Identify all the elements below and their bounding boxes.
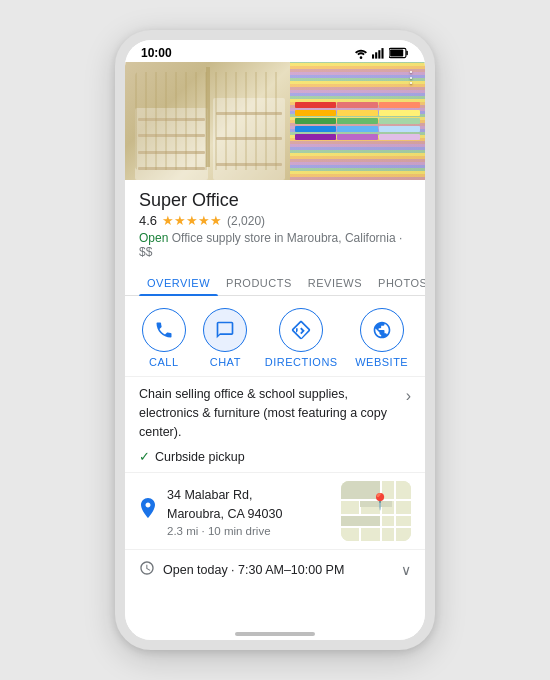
svg-rect-6 xyxy=(406,51,408,56)
description-row[interactable]: Chain selling office & school supplies, … xyxy=(125,376,425,447)
svg-rect-2 xyxy=(375,52,377,58)
business-category: Office supply store in Maroubra, Califor… xyxy=(139,231,402,259)
address-distance: 2.3 mi · 10 min drive xyxy=(167,525,331,537)
address-map-row[interactable]: 34 Malabar Rd, Maroubra, CA 94030 2.3 mi… xyxy=(125,472,425,549)
clock-icon xyxy=(139,560,155,579)
battery-icon xyxy=(389,47,409,59)
tab-reviews[interactable]: REVIEWS xyxy=(300,269,370,295)
signal-icon xyxy=(372,46,386,60)
wifi-icon xyxy=(353,46,369,60)
business-name: Super Office xyxy=(139,190,411,211)
business-info: Super Office 4.6 ★★★★★ (2,020) Open Offi… xyxy=(125,180,425,259)
svg-rect-3 xyxy=(378,50,380,58)
svg-rect-7 xyxy=(390,50,403,57)
chat-button[interactable]: CHAT xyxy=(203,308,247,368)
chat-icon-circle xyxy=(203,308,247,352)
directions-icon xyxy=(291,320,311,340)
check-icon: ✓ xyxy=(139,449,150,464)
business-meta: Open Office supply store in Maroubra, Ca… xyxy=(139,231,411,259)
business-description: Chain selling office & school supplies, … xyxy=(139,385,406,441)
tab-overview[interactable]: OVERVIEW xyxy=(139,269,218,295)
hours-chevron-icon[interactable]: ∨ xyxy=(401,562,411,578)
map-pin-icon: 📍 xyxy=(370,492,390,511)
status-time: 10:00 xyxy=(141,46,172,60)
svg-rect-1 xyxy=(372,54,374,58)
chat-label: CHAT xyxy=(210,356,241,368)
rating-row: 4.6 ★★★★★ (2,020) xyxy=(139,213,411,228)
stars: ★★★★★ xyxy=(162,213,222,228)
description-chevron-icon: › xyxy=(406,387,411,405)
content-area: Super Office 4.6 ★★★★★ (2,020) Open Offi… xyxy=(125,180,425,626)
action-buttons: CALL CHAT xyxy=(125,296,425,376)
curbside-row: ✓ Curbside pickup xyxy=(125,447,425,472)
review-count: (2,020) xyxy=(227,214,265,228)
address-details: 34 Malabar Rd, Maroubra, CA 94030 2.3 mi… xyxy=(167,486,331,537)
directions-label: DIRECTIONS xyxy=(265,356,338,368)
curbside-text: Curbside pickup xyxy=(155,450,245,464)
svg-rect-4 xyxy=(381,48,383,59)
home-bar xyxy=(235,632,315,636)
map-grid: 📍 xyxy=(341,481,411,541)
store-images: ⋮ xyxy=(125,62,425,180)
hours-row[interactable]: Open today · 7:30 AM–10:00 PM ∨ xyxy=(125,549,425,589)
website-button[interactable]: WEBSITE xyxy=(355,308,408,368)
address-line1: 34 Malabar Rd, xyxy=(167,486,331,505)
store-image-left xyxy=(125,62,290,180)
tab-products[interactable]: PRODUCTS xyxy=(218,269,300,295)
directions-icon-circle xyxy=(279,308,323,352)
tab-photos[interactable]: PHOTOS xyxy=(370,269,425,295)
globe-icon xyxy=(372,320,392,340)
phone-frame: 10:00 xyxy=(115,30,435,650)
rating-number: 4.6 xyxy=(139,213,157,228)
call-label: CALL xyxy=(149,356,179,368)
phone-icon xyxy=(154,320,174,340)
map-thumbnail[interactable]: 📍 xyxy=(341,481,411,541)
directions-button[interactable]: DIRECTIONS xyxy=(265,308,338,368)
status-icons xyxy=(353,46,409,60)
status-bar: 10:00 xyxy=(125,40,425,62)
hours-text: Open today · 7:30 AM–10:00 PM xyxy=(163,563,344,577)
call-icon-circle xyxy=(142,308,186,352)
open-status: Open xyxy=(139,231,168,245)
location-pin-icon xyxy=(139,498,157,524)
tabs-bar: OVERVIEW PRODUCTS REVIEWS PHOTOS ABOUT xyxy=(125,269,425,296)
home-indicator xyxy=(125,626,425,640)
website-label: WEBSITE xyxy=(355,356,408,368)
phone-screen: 10:00 xyxy=(125,40,425,640)
address-line2: Maroubra, CA 94030 xyxy=(167,505,331,524)
website-icon-circle xyxy=(360,308,404,352)
chat-icon xyxy=(215,320,235,340)
hours-left: Open today · 7:30 AM–10:00 PM xyxy=(139,560,344,579)
svg-point-0 xyxy=(360,56,363,59)
call-button[interactable]: CALL xyxy=(142,308,186,368)
more-options-icon[interactable]: ⋮ xyxy=(403,68,419,87)
